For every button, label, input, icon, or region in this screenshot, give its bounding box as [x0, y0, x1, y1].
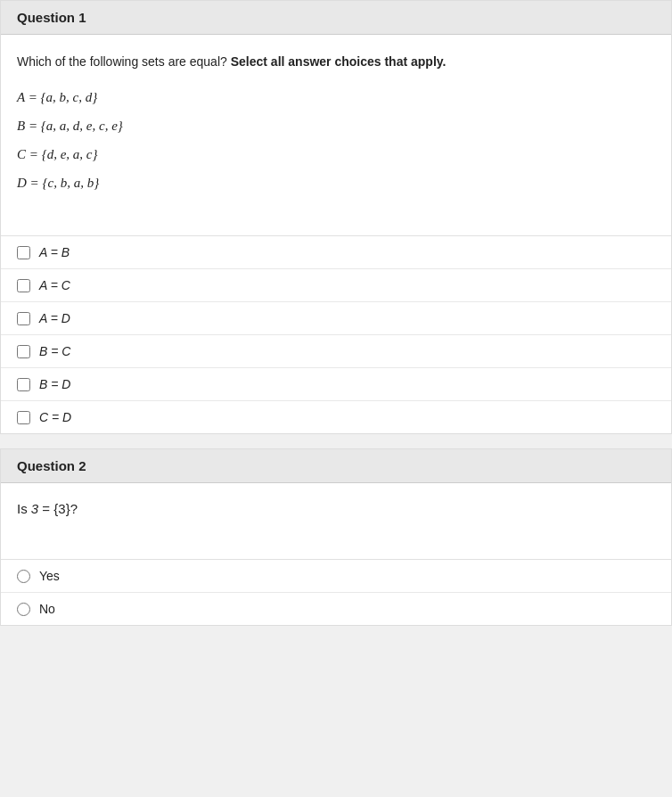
option-no[interactable]: No [1, 593, 671, 625]
checkbox-ac[interactable] [17, 279, 30, 292]
question-2-prompt: Is 3 = {3}? [17, 501, 655, 525]
option-bc-label: B = C [39, 344, 70, 358]
set-a-def: a [46, 90, 53, 104]
set-d-line: D = {c, b, a, b} [17, 169, 655, 196]
option-no-label: No [39, 602, 55, 616]
set-b-line: B = {a, a, d, e, c, e} [17, 112, 655, 139]
question-2-title: Question 2 [17, 458, 86, 473]
checkbox-bc[interactable] [17, 345, 30, 358]
set-c-line: C = {d, e, a, c} [17, 141, 655, 168]
question-1-prompt-plain: Which of the following sets are equal? [17, 54, 227, 69]
question-1-block: Question 1 Which of the following sets a… [0, 0, 672, 434]
option-b-equals-c[interactable]: B = C [1, 335, 671, 368]
question-2-body: Is 3 = {3}? [1, 483, 671, 559]
checkbox-ab[interactable] [17, 246, 30, 259]
set-a-label: A [17, 90, 25, 104]
option-a-equals-d[interactable]: A = D [1, 302, 671, 335]
question-1-prompt: Which of the following sets are equal? S… [17, 53, 655, 71]
checkbox-cd[interactable] [17, 411, 30, 424]
question-2-block: Question 2 Is 3 = {3}? Yes No [0, 448, 672, 626]
checkbox-bd[interactable] [17, 378, 30, 391]
set-definitions: A = {a, b, c, d} B = {a, a, d, e, c, e} … [17, 84, 655, 196]
option-ad-label: A = D [39, 311, 70, 325]
set-d-label: D [17, 176, 27, 190]
option-c-equals-d[interactable]: C = D [1, 401, 671, 433]
checkbox-ad[interactable] [17, 312, 30, 325]
option-yes[interactable]: Yes [1, 560, 671, 593]
option-a-equals-b[interactable]: A = B [1, 236, 671, 269]
question-1-title: Question 1 [17, 10, 86, 25]
radio-no[interactable] [17, 603, 30, 616]
option-bd-label: B = D [39, 377, 70, 391]
option-a-equals-c[interactable]: A = C [1, 269, 671, 302]
option-cd-label: C = D [39, 410, 71, 424]
page-container: Question 1 Which of the following sets a… [0, 0, 672, 626]
set-a-line: A = {a, b, c, d} [17, 84, 655, 111]
option-ac-label: A = C [39, 278, 70, 292]
set-c-label: C [17, 147, 26, 161]
option-yes-label: Yes [39, 569, 60, 583]
question-1-body: Which of the following sets are equal? S… [1, 35, 671, 235]
question-2-options: Yes No [1, 560, 671, 625]
radio-yes[interactable] [17, 570, 30, 583]
question-1-prompt-bold: Select all answer choices that apply. [231, 54, 447, 69]
question-1-header: Question 1 [1, 1, 671, 35]
question-2-header: Question 2 [1, 449, 671, 483]
question-1-options: A = B A = C A = D B = C B = D C = D [1, 236, 671, 433]
option-b-equals-d[interactable]: B = D [1, 368, 671, 401]
set-b-label: B [17, 119, 25, 133]
option-ab-label: A = B [39, 245, 70, 259]
